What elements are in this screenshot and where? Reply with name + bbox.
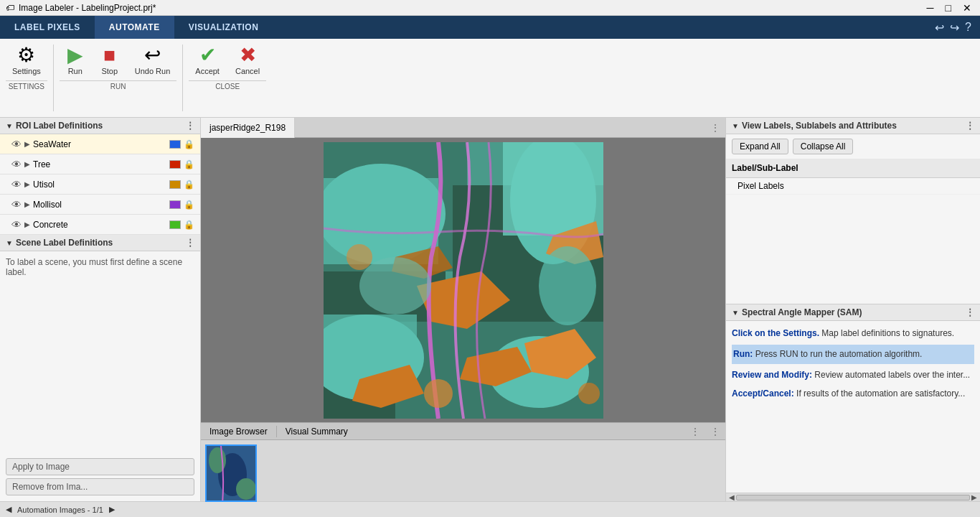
lock-icon-concrete[interactable]: 🔒 [184, 220, 194, 230]
close-button[interactable]: ✕ [960, 2, 974, 14]
thumbnail-image [207, 446, 257, 502]
expand-collapse-buttons: Expand All Collapse All [726, 134, 980, 159]
status-next-arrow[interactable]: ▶ [109, 505, 115, 514]
window-controls: ─ □ ✕ [924, 2, 974, 14]
roi-item-mollisol[interactable]: 👁 ▶ Mollisol 🔒 [0, 195, 200, 215]
tab-bar-icons: ↩ ↪ ? [935, 21, 980, 34]
minimize-button[interactable]: ─ [924, 2, 937, 14]
svg-point-18 [359, 257, 431, 315]
summary-menu-button[interactable]: ⋮ [705, 427, 725, 437]
settings-button[interactable]: ⚙ Settings [6, 42, 47, 79]
image-tab-jasper[interactable]: jasperRidge2_R198 [201, 118, 295, 138]
main-tab-bar: LABEL PIXELS AUTOMATE VISUALIZATION ↩ ↪ … [0, 16, 980, 39]
tab-label-pixels[interactable]: LABEL PIXELS [0, 16, 95, 39]
toolbar: ⚙ Settings SETTINGS ▶ Run ■ Stop ↩ Undo … [0, 39, 980, 118]
label-col-header: Label/Sub-Label [732, 163, 798, 173]
apply-to-image-button[interactable]: Apply to Image [6, 458, 194, 475]
eye-icon-mollisol[interactable]: 👁 [11, 199, 22, 210]
labels-collapse-arrow[interactable]: ▼ [732, 122, 739, 130]
scene-section: ▼ Scene Label Definitions ⋮ To label a s… [0, 235, 200, 501]
remove-from-image-button[interactable]: Remove from Ima... [6, 478, 194, 495]
labels-menu-button[interactable]: ⋮ [966, 121, 974, 131]
settings-label: Settings [12, 67, 41, 75]
labels-header-label: View Labels, Sublabels and Attributes [742, 121, 897, 131]
expand-arrow-utisol[interactable]: ▶ [24, 180, 30, 188]
stop-button[interactable]: ■ Stop [94, 42, 126, 79]
roi-item-tree[interactable]: 👁 ▶ Tree 🔒 [0, 154, 200, 174]
expand-all-button[interactable]: Expand All [732, 139, 788, 154]
redo-icon[interactable]: ↪ [950, 21, 959, 34]
scene-header-label: Scene Label Definitions [16, 238, 113, 248]
bottom-tab-browser[interactable]: Image Browser [201, 423, 276, 440]
roi-menu-button[interactable]: ⋮ [186, 121, 194, 131]
tab-automate[interactable]: AUTOMATE [95, 16, 174, 39]
cancel-button[interactable]: ✖ Cancel [229, 42, 266, 79]
roi-item-concrete[interactable]: 👁 ▶ Concrete 🔒 [0, 215, 200, 235]
toolbar-close-items: ✔ Accept ✖ Cancel [189, 42, 266, 79]
color-swatch-concrete [169, 220, 181, 229]
expand-arrow-mollisol[interactable]: ▶ [24, 200, 30, 208]
maximize-button[interactable]: □ [943, 2, 954, 14]
lock-icon-utisol[interactable]: 🔒 [184, 180, 194, 190]
roi-item-utisol[interactable]: 👁 ▶ Utisol 🔒 [0, 174, 200, 195]
undo-icon[interactable]: ↩ [935, 21, 944, 34]
sam-section: ▼ Spectral Angle Mapper (SAM) ⋮ Click on… [726, 304, 980, 501]
browser-menu-button[interactable]: ⋮ [685, 427, 705, 437]
satellite-image [324, 142, 603, 419]
expand-arrow-seawater[interactable]: ▶ [24, 140, 30, 148]
roi-label-concrete: Concrete [33, 220, 166, 230]
image-tab-menu-button[interactable]: ⋮ [705, 123, 725, 133]
stop-icon: ■ [103, 45, 116, 65]
roi-collapse-arrow[interactable]: ▼ [6, 122, 13, 130]
accept-button[interactable]: ✔ Accept [189, 42, 226, 79]
scroll-left-arrow[interactable]: ◀ [727, 493, 736, 501]
labels-panel-header: ▼ View Labels, Sublabels and Attributes … [726, 118, 980, 134]
main-layout: ▼ ROI Label Definitions ⋮ 👁 ▶ SeaWater 🔒… [0, 118, 980, 501]
run-label: Run [68, 67, 83, 75]
roi-label-mollisol: Mollisol [33, 200, 166, 210]
run-button[interactable]: ▶ Run [60, 42, 91, 79]
eye-icon-tree[interactable]: 👁 [11, 159, 22, 170]
image-thumbnail[interactable] [205, 444, 257, 502]
roi-label-tree: Tree [33, 159, 166, 169]
roi-item-seawater[interactable]: 👁 ▶ SeaWater 🔒 [0, 134, 200, 154]
expand-arrow-concrete[interactable]: ▶ [24, 220, 30, 228]
expand-arrow-tree[interactable]: ▶ [24, 160, 30, 168]
sam-content: Click on the Settings. Map label definit… [726, 321, 980, 493]
sam-menu-button[interactable]: ⋮ [966, 307, 974, 317]
gear-icon: ⚙ [17, 45, 35, 65]
bottom-tab-visual[interactable]: Visual Summary [277, 423, 357, 440]
title-bar: 🏷 Image Labeler - LabelingProject.prj* ─… [0, 0, 980, 16]
svg-point-21 [578, 383, 600, 404]
visual-tab-label: Visual Summary [286, 427, 348, 437]
tab-visualization[interactable]: VISUALIZATION [174, 16, 273, 39]
toolbar-sep-1 [53, 45, 54, 111]
eye-icon-seawater[interactable]: 👁 [11, 139, 22, 150]
collapse-all-button[interactable]: Collapse All [793, 139, 854, 154]
sam-step-4: Accept/Cancel: If results of the automat… [732, 387, 974, 401]
svg-rect-10 [503, 142, 603, 236]
right-panel: ▼ View Labels, Sublabels and Attributes … [725, 118, 980, 501]
sam-collapse-arrow[interactable]: ▼ [732, 309, 739, 317]
lock-icon-tree[interactable]: 🔒 [184, 159, 194, 169]
status-prev-arrow[interactable]: ◀ [6, 505, 11, 514]
lock-icon-seawater[interactable]: 🔒 [184, 139, 194, 149]
undo-run-button[interactable]: ↩ Undo Run [128, 42, 177, 79]
right-scrollbar[interactable]: ◀ ▶ [726, 493, 980, 501]
scene-menu-button[interactable]: ⋮ [186, 238, 194, 248]
scene-collapse-arrow[interactable]: ▼ [6, 239, 13, 247]
sam-step1-text: Map label definitions to signatures. [821, 328, 954, 338]
bottom-panel: Image Browser Visual Summary ⋮ ⋮ [201, 422, 725, 501]
eye-icon-utisol[interactable]: 👁 [11, 179, 22, 190]
lock-icon-mollisol[interactable]: 🔒 [184, 200, 194, 210]
scene-description: To label a scene, you must first define … [6, 257, 182, 277]
browser-tab-label: Image Browser [209, 427, 268, 437]
eye-icon-concrete[interactable]: 👁 [11, 219, 22, 230]
scroll-right-arrow[interactable]: ▶ [970, 493, 979, 501]
help-icon[interactable]: ? [965, 21, 971, 34]
scrollbar-track[interactable] [736, 495, 970, 500]
image-viewer[interactable] [201, 138, 725, 422]
sam-panel-header: ▼ Spectral Angle Mapper (SAM) ⋮ [726, 304, 980, 321]
stop-label: Stop [101, 67, 118, 75]
labels-table-row-pixel: Pixel Labels [726, 178, 980, 195]
